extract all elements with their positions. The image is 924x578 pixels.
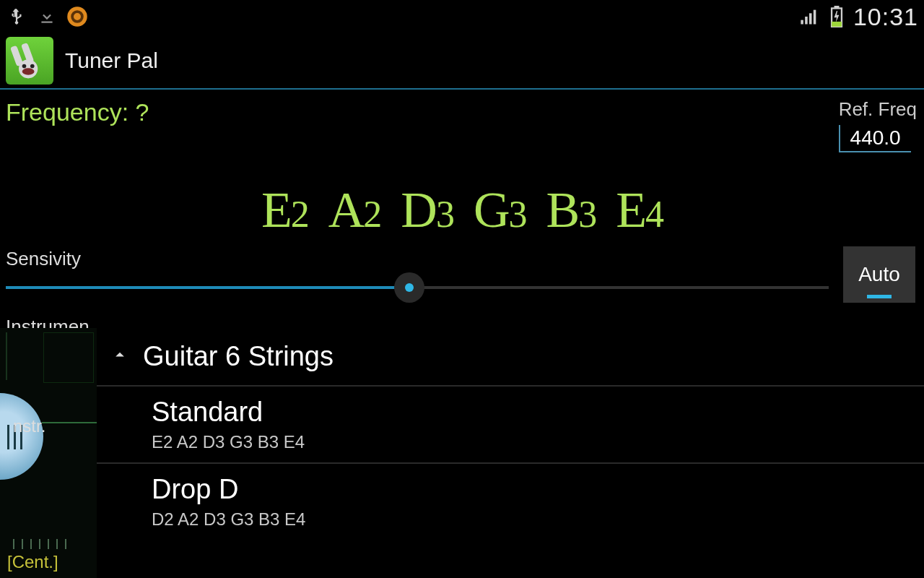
- left-nstr-label: nstr.: [13, 416, 45, 436]
- tuner-dial[interactable]: [0, 393, 43, 480]
- frequency-label: Frequency: ?: [6, 98, 149, 126]
- tuning-option[interactable]: Drop DD2 A2 D3 G3 B3 E4: [97, 464, 924, 540]
- svg-rect-5: [814, 10, 816, 25]
- svg-point-0: [67, 7, 87, 27]
- svg-rect-2: [801, 20, 803, 25]
- orange-badge-icon: [66, 6, 88, 27]
- note-E4[interactable]: E4: [616, 181, 663, 239]
- status-bar: 10:31: [0, 0, 924, 33]
- tuning-option-name: Standard: [152, 397, 910, 428]
- ref-freq-input[interactable]: [839, 125, 911, 152]
- chevron-up-icon: [110, 344, 130, 369]
- note-D3[interactable]: D3: [401, 181, 453, 239]
- tuning-option-name: Drop D: [152, 474, 910, 505]
- tuning-option-notes: D2 A2 D3 G3 B3 E4: [152, 509, 910, 530]
- auto-button-label: Auto: [858, 263, 900, 286]
- status-clock: 10:31: [853, 3, 918, 31]
- svg-point-13: [22, 64, 27, 69]
- tuning-option-notes: E2 A2 D3 G3 B3 E4: [152, 432, 910, 452]
- sensitivity-label: Sensivity: [6, 248, 829, 270]
- svg-point-12: [22, 68, 35, 74]
- battery-charging-icon: [826, 6, 847, 27]
- note-B3[interactable]: B3: [546, 181, 596, 239]
- cent-ruler: [13, 536, 85, 549]
- left-panel: nstr. [Cent.]: [0, 328, 101, 578]
- slider-thumb[interactable]: [394, 272, 424, 303]
- usb-icon: [6, 6, 27, 27]
- tuning-option[interactable]: StandardE2 A2 D3 G3 B3 E4: [97, 387, 924, 464]
- note-G3[interactable]: G3: [474, 181, 526, 239]
- tuning-notes: E2A2D3G3B3E4: [0, 152, 924, 246]
- signal-icon: [798, 6, 820, 27]
- dropdown-title: Guitar 6 Strings: [143, 341, 334, 372]
- ref-freq-label: Ref. Freq: [839, 98, 917, 121]
- svg-point-14: [30, 64, 35, 69]
- svg-rect-4: [809, 13, 812, 24]
- action-bar: Tuner Pal: [0, 33, 924, 90]
- app-title: Tuner Pal: [65, 48, 158, 73]
- auto-button[interactable]: Auto: [843, 246, 915, 303]
- dropdown-header[interactable]: Guitar 6 Strings: [97, 328, 924, 387]
- note-E2[interactable]: E2: [261, 181, 308, 239]
- app-icon: [6, 37, 53, 85]
- svg-rect-3: [805, 17, 808, 25]
- instrument-dropdown: Guitar 6 Strings StandardE2 A2 D3 G3 B3 …: [97, 328, 924, 578]
- download-icon: [36, 6, 58, 27]
- cent-label: [Cent.]: [7, 552, 58, 572]
- svg-rect-8: [832, 22, 842, 27]
- note-A2[interactable]: A2: [328, 181, 381, 239]
- sensitivity-slider[interactable]: [6, 273, 829, 302]
